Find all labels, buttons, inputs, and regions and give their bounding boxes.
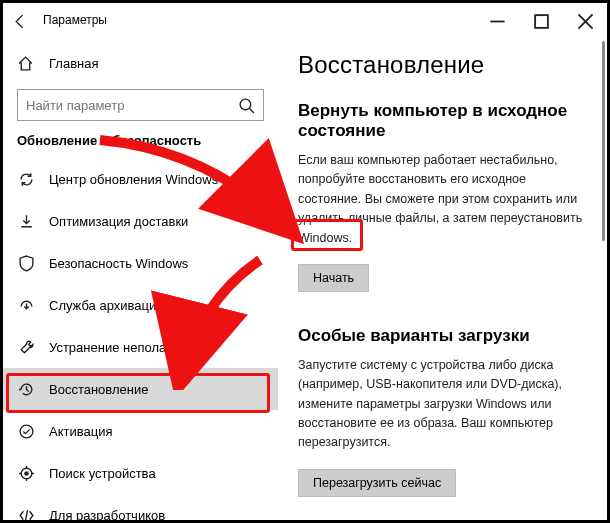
- svg-point-4: [24, 472, 27, 475]
- sidebar-item-activation[interactable]: Активация: [3, 410, 278, 452]
- code-icon: [17, 506, 35, 523]
- sidebar-category: Обновление и безопасность: [3, 133, 278, 158]
- sidebar-item-troubleshoot[interactable]: Устранение неполадок: [3, 326, 278, 368]
- svg-point-2: [20, 425, 33, 438]
- window-title: Параметры: [37, 13, 107, 27]
- titlebar: Параметры: [3, 3, 607, 37]
- search-box[interactable]: [17, 89, 264, 121]
- sidebar-item-label: Для разработчиков: [49, 508, 165, 523]
- section-heading-reset: Вернуть компьютер в исходное состояние: [298, 101, 591, 141]
- minimize-icon: [489, 13, 506, 30]
- sidebar-item-windows-update[interactable]: Центр обновления Windows: [3, 158, 278, 200]
- sidebar-item-label: Активация: [49, 424, 112, 439]
- svg-rect-0: [535, 15, 548, 28]
- shield-icon: [17, 254, 35, 273]
- download-icon: [17, 212, 35, 231]
- sidebar-item-find-my-device[interactable]: Поиск устройства: [3, 452, 278, 494]
- maximize-button[interactable]: [519, 3, 563, 37]
- sidebar-item-for-developers[interactable]: Для разработчиков: [3, 494, 278, 523]
- close-button[interactable]: [563, 3, 607, 37]
- history-icon: [17, 380, 35, 399]
- sidebar: Главная Обновление и безопасность Центр …: [3, 37, 278, 520]
- search-input[interactable]: [18, 98, 229, 113]
- page-title: Восстановление: [298, 51, 591, 79]
- maximize-icon: [533, 13, 550, 30]
- location-icon: [17, 464, 35, 483]
- sidebar-item-windows-security[interactable]: Безопасность Windows: [3, 242, 278, 284]
- home-link[interactable]: Главная: [3, 45, 278, 81]
- sidebar-item-label: Служба архивации: [49, 298, 164, 313]
- section-body-reset: Если ваш компьютер работает нестабильно,…: [298, 151, 591, 248]
- scrollbar[interactable]: [602, 41, 605, 241]
- content-pane: Восстановление Вернуть компьютер в исход…: [278, 37, 607, 520]
- close-icon: [577, 13, 594, 30]
- home-label: Главная: [49, 56, 98, 71]
- section-heading-advanced-startup: Особые варианты загрузки: [298, 326, 591, 346]
- sidebar-item-label: Устранение неполадок: [49, 340, 187, 355]
- arrow-left-icon: [12, 13, 29, 30]
- minimize-button[interactable]: [475, 3, 519, 37]
- back-button[interactable]: [3, 3, 37, 37]
- wrench-icon: [17, 338, 35, 357]
- restart-now-button[interactable]: Перезагрузить сейчас: [298, 469, 456, 497]
- sidebar-item-label: Восстановление: [49, 382, 148, 397]
- section-body-advanced-startup: Запустите систему с устройства либо диск…: [298, 356, 591, 453]
- sidebar-item-label: Безопасность Windows: [49, 256, 188, 271]
- check-circle-icon: [17, 422, 35, 441]
- sidebar-item-backup[interactable]: Служба архивации: [3, 284, 278, 326]
- sidebar-item-label: Центр обновления Windows: [49, 172, 218, 187]
- svg-point-1: [240, 99, 251, 110]
- backup-icon: [17, 296, 35, 315]
- search-icon: [238, 96, 255, 114]
- start-button[interactable]: Начать: [298, 264, 369, 292]
- sync-icon: [17, 170, 35, 189]
- sidebar-item-label: Оптимизация доставки: [49, 214, 188, 229]
- sidebar-item-recovery[interactable]: Восстановление: [3, 368, 278, 410]
- sidebar-item-delivery-optimization[interactable]: Оптимизация доставки: [3, 200, 278, 242]
- home-icon: [17, 54, 35, 71]
- sidebar-item-label: Поиск устройства: [49, 466, 156, 481]
